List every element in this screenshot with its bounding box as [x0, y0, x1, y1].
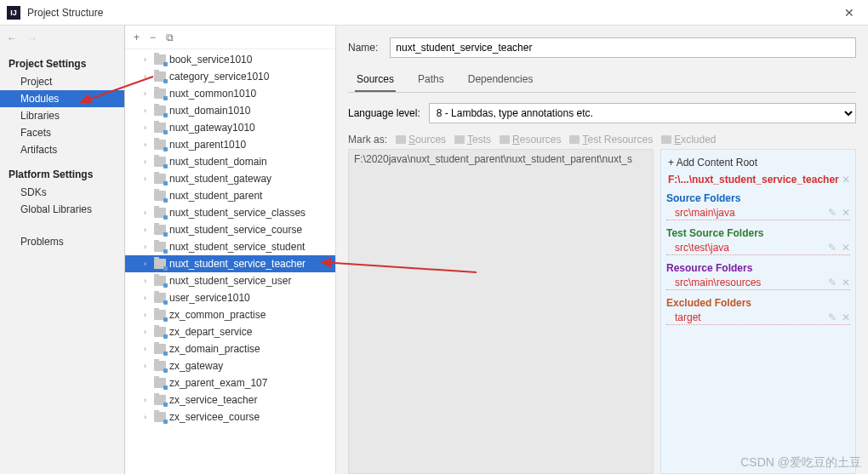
folder-group-src: Source Folders [666, 191, 850, 206]
edit-icon[interactable]: ✎ [828, 311, 837, 323]
remove-icon[interactable]: ✕ [842, 311, 850, 323]
module-zx_domain_practise[interactable]: ›zx_domain_practise [125, 340, 335, 357]
module-zx_servicee_course[interactable]: ›zx_servicee_course [125, 408, 335, 425]
tab-sources[interactable]: Sources [355, 68, 396, 92]
mark-resources[interactable]: Resources [500, 134, 561, 146]
module-nuxt_domain1010[interactable]: ›nuxt_domain1010 [125, 102, 335, 119]
folder-entry[interactable]: target✎✕ [666, 311, 850, 325]
module-zx_depart_service[interactable]: ›zx_depart_service [125, 323, 335, 340]
mark-sources[interactable]: Sources [396, 134, 446, 146]
sidebar-item-problems[interactable]: Problems [0, 233, 124, 250]
sidebar-item-global-libraries[interactable]: Global Libraries [0, 201, 124, 218]
module-book_service1010[interactable]: ›book_service1010 [125, 51, 335, 68]
chevron-right-icon[interactable]: › [144, 208, 154, 217]
content-roots-panel: Add Content Root F:\...\nuxt_student_ser… [660, 149, 856, 474]
module-nuxt_common1010[interactable]: ›nuxt_common1010 [125, 85, 335, 102]
folder-icon [500, 135, 510, 144]
folder-icon [154, 327, 166, 337]
add-icon[interactable]: + [134, 31, 140, 43]
module-nuxt_student_gateway[interactable]: ›nuxt_student_gateway [125, 170, 335, 187]
chevron-right-icon[interactable]: › [144, 72, 154, 81]
module-zx_service_teacher[interactable]: ›zx_service_teacher [125, 391, 335, 408]
titlebar: IJ Project Structure ✕ [0, 0, 868, 26]
language-level-label: Language level: [348, 107, 420, 119]
folder-icon [154, 191, 166, 201]
module-nuxt_student_parent[interactable]: nuxt_student_parent [125, 187, 335, 204]
edit-icon[interactable]: ✎ [828, 242, 837, 254]
remove-icon[interactable]: ✕ [842, 277, 850, 288]
module-nuxt_student_service_teacher[interactable]: ›nuxt_student_service_teacher [125, 255, 335, 272]
folder-icon [154, 106, 166, 116]
remove-icon[interactable]: ✕ [842, 207, 850, 219]
module-zx_gateway[interactable]: ›zx_gateway [125, 357, 335, 374]
chevron-right-icon[interactable]: › [144, 140, 154, 149]
chevron-right-icon[interactable]: › [144, 243, 154, 251]
chevron-right-icon[interactable]: › [144, 226, 154, 234]
tab-paths[interactable]: Paths [416, 68, 446, 92]
close-icon[interactable]: ✕ [837, 6, 861, 20]
module-nuxt_parent1010[interactable]: ›nuxt_parent1010 [125, 136, 335, 153]
folder-entry[interactable]: src\main\resources✎✕ [666, 276, 850, 290]
chevron-right-icon[interactable]: › [144, 294, 154, 302]
content-root-entry[interactable]: F:\...\nuxt_student_service_teacher ✕ [666, 172, 850, 191]
sidebar-item-project[interactable]: Project [0, 73, 124, 90]
chevron-right-icon[interactable]: › [144, 89, 154, 98]
copy-icon[interactable]: ⧉ [166, 31, 174, 43]
chevron-right-icon[interactable]: › [144, 345, 154, 353]
chevron-right-icon[interactable]: › [144, 106, 154, 115]
add-content-root-button[interactable]: Add Content Root [666, 153, 850, 172]
mark-excluded[interactable]: Excluded [661, 134, 716, 146]
tab-dependencies[interactable]: Dependencies [466, 68, 535, 92]
folder-icon [154, 310, 166, 320]
sidebar-item-facets[interactable]: Facets [0, 124, 124, 141]
module-nuxt_student_service_student[interactable]: ›nuxt_student_service_student [125, 238, 335, 255]
folder-icon [154, 344, 166, 354]
chevron-right-icon[interactable]: › [144, 260, 154, 268]
module-nuxt_student_service_classes[interactable]: ›nuxt_student_service_classes [125, 204, 335, 221]
module-nuxt_student_service_user[interactable]: ›nuxt_student_service_user [125, 272, 335, 289]
back-icon[interactable]: ← [7, 32, 17, 44]
chevron-right-icon[interactable]: › [144, 396, 154, 404]
folder-icon [154, 225, 166, 235]
remove-icon[interactable]: − [150, 31, 156, 43]
chevron-right-icon[interactable]: › [144, 157, 154, 166]
module-user_service1010[interactable]: ›user_service1010 [125, 289, 335, 306]
chevron-right-icon[interactable]: › [144, 311, 154, 319]
chevron-right-icon[interactable]: › [144, 362, 154, 370]
module-category_service1010[interactable]: ›category_service1010 [125, 68, 335, 85]
folder-group-exc: Excluded Folders [666, 295, 850, 311]
module-nuxt_gateway1010[interactable]: ›nuxt_gateway1010 [125, 119, 335, 136]
module-tree[interactable]: ›book_service1010›category_service1010›n… [125, 49, 335, 474]
module-zx_common_practise[interactable]: ›zx_common_practise [125, 306, 335, 323]
chevron-right-icon[interactable]: › [144, 123, 154, 132]
mark-test-resources[interactable]: Test Resources [569, 134, 653, 146]
remove-root-icon[interactable]: ✕ [842, 174, 850, 186]
content-root-path[interactable]: F:\2020java\nuxt_student_parent\nuxt_stu… [348, 149, 654, 474]
folder-group-test: Test Source Folders [666, 226, 850, 241]
module-zx_parent_exam_107[interactable]: zx_parent_exam_107 [125, 374, 335, 391]
module-name-input[interactable] [390, 37, 856, 58]
language-level-select[interactable]: 8 - Lambdas, type annotations etc. [429, 103, 856, 123]
chevron-right-icon[interactable]: › [144, 55, 154, 64]
chevron-right-icon[interactable]: › [144, 413, 154, 421]
folder-entry[interactable]: src\test\java✎✕ [666, 241, 850, 255]
sidebar-item-libraries[interactable]: Libraries [0, 107, 124, 124]
remove-icon[interactable]: ✕ [842, 242, 850, 254]
sidebar-item-modules[interactable]: Modules [0, 90, 124, 107]
chevron-right-icon[interactable]: › [144, 174, 154, 183]
folder-entry[interactable]: src\main\java✎✕ [666, 206, 850, 220]
edit-icon[interactable]: ✎ [828, 207, 837, 219]
edit-icon[interactable]: ✎ [828, 277, 837, 288]
folder-icon [154, 242, 166, 252]
sidebar-item-artifacts[interactable]: Artifacts [0, 141, 124, 158]
forward-icon[interactable]: → [27, 32, 37, 44]
chevron-right-icon[interactable]: › [144, 277, 154, 285]
module-nuxt_student_service_course[interactable]: ›nuxt_student_service_course [125, 221, 335, 238]
sidebar-item-sdks[interactable]: SDKs [0, 184, 124, 201]
mark-tests[interactable]: Tests [454, 134, 491, 146]
chevron-right-icon[interactable]: › [144, 328, 154, 336]
mark-as-label: Mark as: [348, 134, 387, 146]
module-nuxt_student_domain[interactable]: ›nuxt_student_domain [125, 153, 335, 170]
folder-icon [154, 378, 166, 388]
group-project-settings: Project Settings [0, 54, 124, 73]
